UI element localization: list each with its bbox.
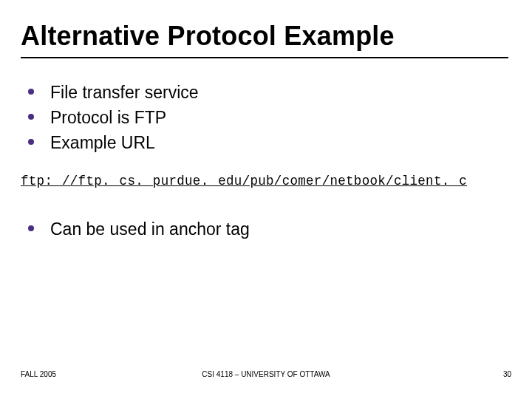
bullet-icon [28, 114, 34, 120]
bullet-list-1: File transfer service Protocol is FTP Ex… [28, 81, 199, 157]
bullet-text: File transfer service [50, 81, 199, 103]
slide-title: Alternative Protocol Example [21, 21, 395, 52]
slide-number: 30 [503, 370, 511, 378]
list-item: Example URL [28, 132, 199, 154]
bullet-text: Protocol is FTP [50, 106, 166, 129]
bullet-icon [28, 225, 34, 231]
example-url: ftp: //ftp. cs. purdue. edu/pub/comer/ne… [21, 174, 467, 188]
title-underline [21, 57, 508, 58]
list-item: File transfer service [28, 81, 199, 103]
list-item: Protocol is FTP [28, 106, 199, 129]
bullet-text: Can be used in anchor tag [50, 218, 250, 240]
footer-center: CSI 4118 – UNIVERSITY OF OTTAWA [0, 370, 532, 378]
bullet-text: Example URL [50, 132, 155, 154]
list-item: Can be used in anchor tag [28, 218, 250, 240]
bullet-icon [28, 139, 34, 145]
bullet-icon [28, 89, 34, 95]
bullet-list-2: Can be used in anchor tag [28, 218, 250, 243]
slide: Alternative Protocol Example File transf… [0, 0, 532, 399]
